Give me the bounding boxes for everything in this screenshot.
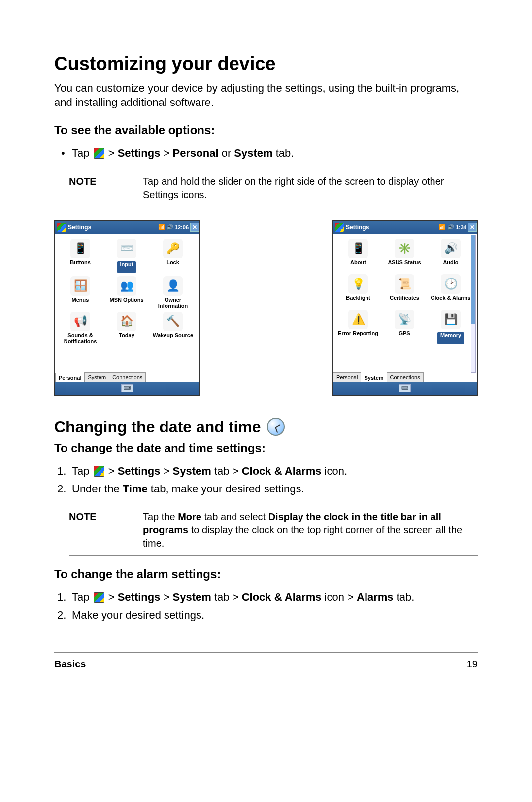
app-icon-asus-status[interactable]: ✳️ASUS Status bbox=[381, 238, 428, 273]
text: System bbox=[234, 147, 272, 159]
step-number: 2. bbox=[57, 482, 66, 496]
text: Alarms bbox=[357, 591, 394, 603]
app-icon-label: Owner Information bbox=[150, 297, 196, 309]
step-item: 2. Under the Time tab, make your desired… bbox=[54, 482, 478, 496]
app-glyph-icon: ⚠️ bbox=[348, 310, 368, 329]
app-icon-clock-alarms[interactable]: 🕑Clock & Alarms bbox=[428, 273, 474, 309]
app-glyph-icon: 👤 bbox=[163, 276, 183, 296]
app-icon-label: About bbox=[335, 259, 381, 271]
tab-strip: PersonalSystemConnections bbox=[55, 372, 199, 382]
app-icon-about[interactable]: 📱About bbox=[335, 238, 381, 273]
text: tab > bbox=[214, 465, 242, 477]
settings-screen-system: Settings📶🔊1:34✕📱About✳️ASUS Status🔊Audio… bbox=[332, 220, 478, 396]
close-button[interactable]: ✕ bbox=[190, 223, 199, 232]
text: Settings bbox=[118, 147, 161, 159]
app-icon-gps[interactable]: 📡GPS bbox=[381, 309, 428, 346]
app-icon-memory[interactable]: 💾Memory bbox=[428, 309, 474, 346]
app-icon-error-reporting[interactable]: ⚠️Error Reporting bbox=[335, 309, 381, 346]
note-body: Tap and hold the slider on the right sid… bbox=[143, 175, 478, 202]
app-icon-buttons[interactable]: 📱Buttons bbox=[57, 238, 103, 275]
keyboard-icon[interactable]: ⌨ bbox=[399, 384, 411, 392]
tab-personal[interactable]: Personal bbox=[333, 372, 361, 382]
window-title: Settings bbox=[346, 224, 439, 231]
volume-icon[interactable]: 🔊 bbox=[447, 224, 454, 230]
text: Make your desired settings. bbox=[72, 609, 204, 621]
app-icon-msn-options[interactable]: 👥MSN Options bbox=[103, 275, 150, 311]
step-number: 1. bbox=[57, 464, 66, 479]
app-icon-label: Buttons bbox=[57, 259, 103, 271]
text: Tap bbox=[72, 147, 93, 159]
app-glyph-icon: ⌨️ bbox=[117, 239, 136, 258]
subheading-change-date-time: To change the date and time settings: bbox=[54, 441, 478, 455]
app-icon-lock[interactable]: 🔑Lock bbox=[150, 238, 196, 275]
start-flag-icon[interactable] bbox=[335, 223, 344, 232]
step-item: 1. Tap > Settings > System tab > Clock &… bbox=[54, 464, 478, 479]
tab-connections[interactable]: Connections bbox=[387, 372, 424, 382]
app-glyph-icon: 🪟 bbox=[70, 276, 90, 296]
page-footer: Basics 19 bbox=[54, 652, 478, 670]
app-glyph-icon: 💡 bbox=[348, 274, 368, 294]
text: Clock & Alarms bbox=[242, 465, 322, 477]
app-glyph-icon: 💾 bbox=[441, 310, 461, 329]
subheading-available-options: To see the available options: bbox=[54, 123, 478, 137]
app-icon-certificates[interactable]: 📜Certificates bbox=[381, 273, 428, 309]
app-icon-audio[interactable]: 🔊Audio bbox=[428, 238, 474, 273]
note-body: Tap the More tab and select Display the … bbox=[143, 510, 478, 550]
step-number: 1. bbox=[57, 590, 66, 605]
text: Changing the date and time bbox=[54, 418, 261, 436]
app-glyph-icon: 🔨 bbox=[163, 312, 183, 331]
subheading-changing-date-time: Changing the date and time bbox=[54, 418, 478, 436]
app-icon-label: Backlight bbox=[335, 295, 381, 307]
status-icons: 📶🔊1:34 bbox=[439, 224, 466, 230]
clock-text: 12:06 bbox=[175, 224, 189, 230]
icon-grid: 📱About✳️ASUS Status🔊Audio💡Backlight📜Cert… bbox=[333, 234, 477, 372]
app-icon-label: Error Reporting bbox=[335, 330, 381, 342]
app-icon-menus[interactable]: 🪟Menus bbox=[57, 275, 103, 311]
icon-grid: 📱Buttons⌨️Input🔑Lock🪟Menus👥MSN Options👤O… bbox=[55, 234, 199, 372]
text: Tap bbox=[72, 591, 93, 603]
app-glyph-icon: 📜 bbox=[395, 274, 414, 294]
text: System bbox=[173, 591, 211, 603]
footer-section: Basics bbox=[54, 659, 86, 670]
text: Tap bbox=[72, 465, 93, 477]
text: tab. bbox=[276, 147, 294, 159]
text: icon. bbox=[325, 465, 347, 477]
app-icon-label: Audio bbox=[428, 259, 474, 271]
close-button[interactable]: ✕ bbox=[468, 223, 477, 232]
start-flag-icon bbox=[94, 466, 104, 477]
start-flag-icon[interactable] bbox=[57, 223, 66, 232]
app-icon-label: Input bbox=[117, 261, 136, 273]
note-block: NOTE Tap and hold the slider on the righ… bbox=[69, 170, 478, 207]
text: tab > bbox=[214, 591, 242, 603]
app-icon-today[interactable]: 🏠Today bbox=[103, 311, 150, 346]
window-titlebar: Settings📶🔊1:34✕ bbox=[333, 221, 477, 234]
text: tab. bbox=[397, 591, 415, 603]
start-flag-icon bbox=[94, 148, 104, 159]
step-number: 2. bbox=[57, 608, 66, 623]
text: tab, make your desired settings. bbox=[151, 483, 304, 495]
app-icon-label: Certificates bbox=[381, 295, 428, 307]
scrollbar[interactable] bbox=[471, 235, 476, 373]
clock-text: 1:34 bbox=[456, 224, 466, 230]
app-icon-label: GPS bbox=[381, 330, 428, 342]
app-icon-owner-information[interactable]: 👤Owner Information bbox=[150, 275, 196, 311]
tab-system[interactable]: System bbox=[361, 373, 387, 382]
volume-icon[interactable]: 🔊 bbox=[166, 224, 173, 230]
keyboard-icon[interactable]: ⌨ bbox=[121, 384, 133, 392]
app-icon-label: MSN Options bbox=[103, 297, 150, 309]
text: Time bbox=[123, 483, 148, 495]
tab-connections[interactable]: Connections bbox=[109, 372, 146, 382]
tab-personal[interactable]: Personal bbox=[55, 373, 85, 382]
bullet-item: Tap > Settings > Personal or System tab. bbox=[54, 146, 478, 161]
app-icon-backlight[interactable]: 💡Backlight bbox=[335, 273, 381, 309]
window-titlebar: Settings📶🔊12:06✕ bbox=[55, 221, 199, 234]
app-icon-input[interactable]: ⌨️Input bbox=[103, 238, 150, 275]
app-icon-wakeup-source[interactable]: 🔨Wakeup Source bbox=[150, 311, 196, 346]
tab-system[interactable]: System bbox=[84, 372, 109, 382]
text: More bbox=[178, 511, 201, 522]
text: System bbox=[173, 465, 211, 477]
app-glyph-icon: 🏠 bbox=[117, 312, 136, 331]
text: Under the bbox=[72, 483, 123, 495]
app-icon-sounds-notifications[interactable]: 📢Sounds & Notifications bbox=[57, 311, 103, 346]
app-glyph-icon: 📢 bbox=[70, 312, 90, 331]
